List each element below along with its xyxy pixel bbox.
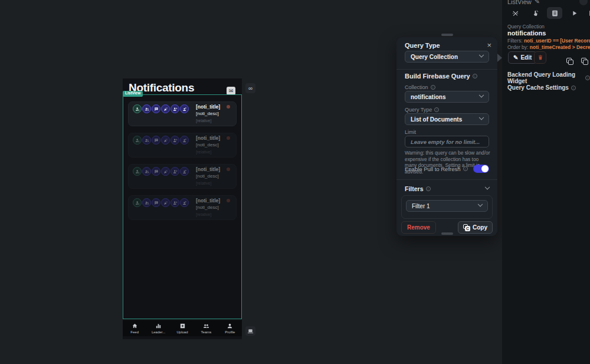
backend-loading-section[interactable]: Backend Query Loading Widgeti <box>507 71 590 84</box>
notification-desc: [noti_desc] <box>196 173 220 179</box>
notification-time: [relative] <box>196 212 220 217</box>
celebration-icon <box>161 198 170 207</box>
person-add-icon <box>171 104 179 113</box>
infinity-icon: ∞ <box>248 85 253 91</box>
pencil-icon: ✎ <box>513 54 518 61</box>
chevron-down-icon[interactable] <box>485 185 490 189</box>
unread-dot <box>227 168 230 171</box>
limit-label: Limit <box>405 129 416 135</box>
notification-title: [noti_title] <box>196 198 220 204</box>
nav-item-teams[interactable]: Teams <box>194 320 218 336</box>
play-icon <box>571 9 578 17</box>
app-builder-window: Notifications ✉ ListView <box>0 0 590 364</box>
group-icon <box>142 167 151 176</box>
mail-button[interactable]: ✉ <box>227 87 235 95</box>
notification-list-item[interactable]: [noti_title] [noti_desc] [relative] <box>128 195 237 220</box>
tab-gesture[interactable] <box>527 7 543 19</box>
pull-to-refresh-label: Enable Pull to Refreshi <box>405 166 468 172</box>
nav-item-upload[interactable]: Upload <box>171 320 194 336</box>
edit-query-button[interactable]: ✎ Edit <box>508 51 537 64</box>
person-add-icon <box>171 136 179 145</box>
group-icon <box>142 104 151 113</box>
person-search-icon <box>133 136 142 145</box>
filter-dropdown[interactable]: Filter 1 <box>406 200 488 212</box>
person-add-icon <box>171 198 179 207</box>
tab-run[interactable] <box>566 7 582 19</box>
order-by-summary: Order by: noti_timeCreated > Decreasing <box>507 44 590 50</box>
nav-item-feed[interactable]: Feed <box>123 320 146 336</box>
panel-tabs <box>502 6 590 19</box>
groups-icon <box>203 323 209 329</box>
doc-type-selected: List of Documents <box>411 116 462 123</box>
info-icon: i <box>426 186 431 191</box>
collection-label: Collectioni <box>405 84 435 90</box>
laptop-icon <box>247 329 254 334</box>
copy-icon: C <box>463 224 470 231</box>
query-actions-row: ✎ Edit <box>502 51 590 64</box>
avatar[interactable] <box>579 0 588 5</box>
nav-label: Leader... <box>152 330 165 334</box>
nav-item-profile[interactable]: Profile <box>218 320 242 336</box>
panel-icon <box>588 9 590 17</box>
person-search-icon <box>133 104 142 113</box>
limit-input[interactable] <box>405 136 489 147</box>
notification-list-item[interactable]: [noti_title] [noti_desc] [relative] <box>128 101 237 126</box>
notification-list-item[interactable]: [noti_title] [noti_desc] [relative] <box>128 164 237 189</box>
paste-query-button[interactable] <box>576 52 586 63</box>
trash-icon <box>537 54 543 61</box>
leaderboard-icon <box>155 323 162 329</box>
tab-panel[interactable] <box>584 7 590 19</box>
popup-title: Query Type <box>405 42 440 49</box>
info-icon: i <box>434 107 439 112</box>
magic-tools-icon <box>512 9 519 17</box>
celebration-icon <box>161 104 170 113</box>
query-cache-section[interactable]: Query Cache Settingsi <box>507 84 576 91</box>
phone-screen: Notifications ✉ ListView <box>123 78 242 339</box>
remove-button[interactable]: Remove <box>401 221 436 234</box>
popup-pointer-arrow <box>497 54 502 62</box>
copy-query-button[interactable] <box>561 52 572 63</box>
close-icon[interactable]: × <box>487 41 491 49</box>
chat-icon <box>152 104 160 113</box>
query-type-dropdown[interactable]: Query Collection <box>405 51 489 63</box>
notification-desc: [noti_desc] <box>196 205 220 210</box>
filters-heading: Filtersi <box>405 185 431 192</box>
notification-list-item[interactable]: [noti_title] [noti_desc] [relative] <box>128 133 237 158</box>
copy-button[interactable]: C Copy <box>458 221 493 234</box>
notification-texts: [noti_title] [noti_desc] [relative] <box>196 135 220 154</box>
notification-title: [noti_title] <box>196 104 220 110</box>
backend-query-icon <box>551 9 559 17</box>
query-type-popup: Query Type × Query Collection Build Fire… <box>396 37 497 236</box>
popup-drag-handle-top[interactable] <box>441 34 453 36</box>
chat-icon <box>152 167 160 176</box>
doc-type-dropdown[interactable]: List of Documents <box>405 113 489 125</box>
unread-dot <box>227 136 230 140</box>
person-add-alt-icon <box>180 167 189 176</box>
tab-magic-tools[interactable] <box>507 7 523 19</box>
nav-label: Teams <box>201 330 212 334</box>
nav-item-leaderboard[interactable]: Leader... <box>146 320 170 336</box>
notification-texts: [noti_title] [noti_desc] [relative] <box>196 104 220 123</box>
listview-tag: ListView <box>123 91 143 97</box>
nav-label: Upload <box>177 330 188 334</box>
delete-query-button[interactable] <box>534 51 546 64</box>
person-add-alt-icon <box>180 104 189 113</box>
notification-time: [relative] <box>196 119 220 123</box>
notification-type-icons <box>133 167 189 176</box>
notification-desc: [noti_desc] <box>196 142 220 147</box>
person-add-alt-icon <box>180 136 189 145</box>
notification-type-icons <box>133 104 189 113</box>
edit-pencil-icon[interactable]: ✎ <box>535 0 540 5</box>
tab-backend-query[interactable] <box>547 7 562 19</box>
collection-dropdown[interactable]: notifications <box>405 91 489 103</box>
device-preview-button[interactable] <box>245 326 255 336</box>
notification-time: [relative] <box>196 150 220 154</box>
info-icon: i <box>463 166 468 171</box>
notification-desc: [noti_desc] <box>196 111 220 116</box>
pull-to-refresh-toggle[interactable] <box>473 165 489 173</box>
frame-toggle-button[interactable]: ∞ <box>245 83 255 93</box>
unread-dot <box>227 105 230 109</box>
envelope-icon: ✉ <box>229 88 234 94</box>
chevron-down-icon <box>478 202 483 206</box>
listview-widget[interactable]: ListView [noti_title] [no <box>123 94 242 319</box>
